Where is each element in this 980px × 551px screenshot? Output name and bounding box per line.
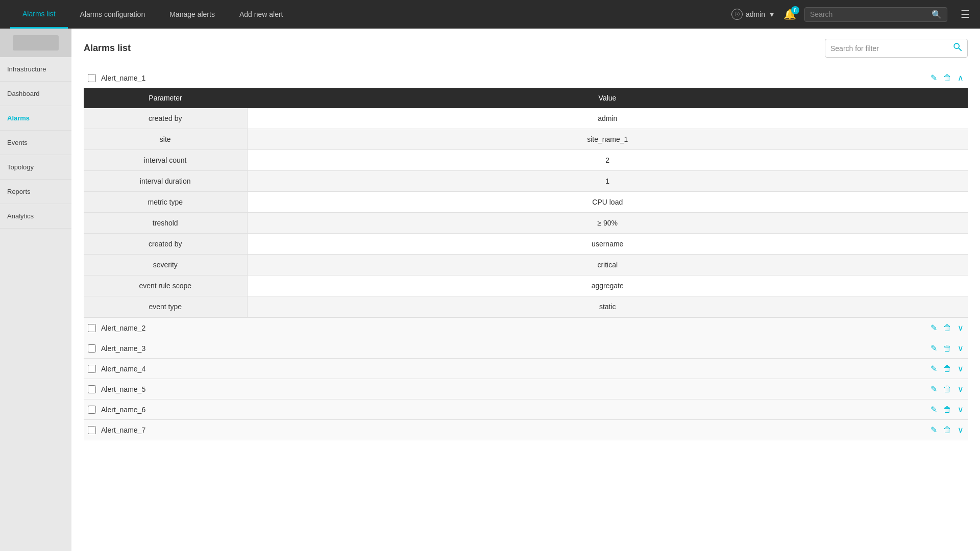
filter-search-icon[interactable] [953, 42, 962, 54]
delete-icon-1[interactable]: 🗑 [943, 73, 951, 83]
user-icon: ☉ [731, 9, 743, 20]
top-search-input[interactable] [810, 10, 927, 18]
sidebar-item-analytics[interactable]: Analytics [0, 204, 71, 229]
logo-box [13, 35, 59, 51]
nav-right: ☉ admin ▼ 🔔 8 🔍 ☰ [731, 7, 970, 22]
tab-alarms-list[interactable]: Alarms list [10, 0, 68, 29]
table-row-2: sitesite_name_1 [84, 129, 968, 150]
chevron-down-icon-4[interactable]: ∨ [958, 364, 964, 373]
alert-name-3: Alert_name_3 [101, 344, 925, 353]
alert-header-5: Alert_name_5 ✎ 🗑 ∨ [84, 379, 968, 399]
notification-count: 8 [791, 6, 799, 14]
chevron-up-icon-1[interactable]: ∧ [958, 73, 964, 83]
col-header-value: Value [247, 88, 968, 108]
value-cell-3: 2 [247, 150, 968, 171]
edit-icon-2[interactable]: ✎ [930, 323, 937, 333]
notification-bell[interactable]: 🔔 8 [783, 8, 796, 20]
sidebar-logo [0, 29, 71, 57]
alert-actions-5: ✎ 🗑 ∨ [930, 384, 964, 394]
alert-row-3: Alert_name_3 ✎ 🗑 ∨ [84, 338, 968, 359]
param-cell-8: severity [84, 255, 247, 276]
table-row-8: severitycritical [84, 255, 968, 276]
sidebar-item-reports[interactable]: Reports [0, 180, 71, 204]
value-cell-6: ≥ 90% [247, 213, 968, 234]
param-cell-4: interval duration [84, 171, 247, 192]
user-dropdown-icon[interactable]: ▼ [768, 10, 775, 18]
filter-search-input[interactable] [830, 44, 953, 53]
alert-row-7: Alert_name_7 ✎ 🗑 ∨ [84, 420, 968, 440]
user-menu[interactable]: ☉ admin ▼ [731, 9, 775, 20]
filter-search-box [825, 39, 968, 58]
param-cell-5: metric type [84, 192, 247, 213]
main-content: Alarms list Alert_name_1 ✎ 🗑 ∧ [71, 29, 980, 551]
delete-icon-6[interactable]: 🗑 [943, 405, 951, 414]
sidebar-item-infrastructure[interactable]: Infrastructure [0, 57, 71, 82]
nav-tabs: Alarms list Alarms configuration Manage … [10, 0, 731, 29]
alert-checkbox-6[interactable] [88, 406, 96, 414]
delete-icon-5[interactable]: 🗑 [943, 385, 951, 394]
chevron-down-icon-3[interactable]: ∨ [958, 343, 964, 353]
value-cell-5: CPU load [247, 192, 968, 213]
value-cell-9: aggregate [247, 276, 968, 296]
username-label: admin [746, 10, 765, 18]
value-cell-1: admin [247, 108, 968, 129]
alert-checkbox-7[interactable] [88, 426, 96, 434]
delete-icon-3[interactable]: 🗑 [943, 344, 951, 353]
page-header: Alarms list [84, 39, 968, 58]
alert-name-1: Alert_name_1 [101, 74, 925, 82]
hamburger-menu-icon[interactable]: ☰ [961, 8, 970, 20]
param-cell-9: event rule scope [84, 276, 247, 296]
alert-header-3: Alert_name_3 ✎ 🗑 ∨ [84, 338, 968, 358]
chevron-down-icon-6[interactable]: ∨ [958, 405, 964, 414]
alert-header-1: Alert_name_1 ✎ 🗑 ∧ [84, 68, 968, 88]
alert-checkbox-5[interactable] [88, 385, 96, 393]
chevron-down-icon-7[interactable]: ∨ [958, 425, 964, 435]
sidebar-item-events[interactable]: Events [0, 131, 71, 155]
alert-actions-3: ✎ 🗑 ∨ [930, 343, 964, 353]
col-header-parameter: Parameter [84, 88, 247, 108]
edit-icon-4[interactable]: ✎ [930, 364, 937, 373]
table-row-10: event typestatic [84, 296, 968, 317]
table-row-9: event rule scopeaggregate [84, 276, 968, 296]
alert-actions-7: ✎ 🗑 ∨ [930, 425, 964, 435]
param-cell-1: created by [84, 108, 247, 129]
edit-icon-6[interactable]: ✎ [930, 405, 937, 414]
tab-manage-alerts[interactable]: Manage alerts [157, 0, 227, 29]
top-search-button[interactable]: 🔍 [932, 10, 942, 19]
alert-checkbox-1[interactable] [88, 74, 96, 82]
chevron-down-icon-2[interactable]: ∨ [958, 323, 964, 333]
alert-name-6: Alert_name_6 [101, 406, 925, 414]
param-cell-3: interval count [84, 150, 247, 171]
alert-actions-2: ✎ 🗑 ∨ [930, 323, 964, 333]
alert-name-2: Alert_name_2 [101, 324, 925, 332]
alert-name-7: Alert_name_7 [101, 426, 925, 434]
table-row-4: interval duration1 [84, 171, 968, 192]
edit-icon-3[interactable]: ✎ [930, 343, 937, 353]
svg-line-1 [959, 48, 961, 51]
value-cell-7: username [247, 234, 968, 255]
alert-checkbox-4[interactable] [88, 365, 96, 373]
edit-icon-1[interactable]: ✎ [930, 73, 937, 83]
value-cell-10: static [247, 296, 968, 317]
alert-checkbox-3[interactable] [88, 344, 96, 353]
sidebar-item-dashboard[interactable]: Dashboard [0, 82, 71, 106]
value-cell-8: critical [247, 255, 968, 276]
alert-name-4: Alert_name_4 [101, 365, 925, 373]
alert-checkbox-2[interactable] [88, 324, 96, 332]
sidebar-item-topology[interactable]: Topology [0, 155, 71, 180]
chevron-down-icon-5[interactable]: ∨ [958, 384, 964, 394]
tab-add-new-alert[interactable]: Add new alert [227, 0, 296, 29]
edit-icon-5[interactable]: ✎ [930, 384, 937, 394]
sidebar: Infrastructure Dashboard Alarms Events T… [0, 29, 71, 551]
alert-header-6: Alert_name_6 ✎ 🗑 ∨ [84, 399, 968, 419]
delete-icon-7[interactable]: 🗑 [943, 425, 951, 435]
delete-icon-4[interactable]: 🗑 [943, 364, 951, 373]
edit-icon-7[interactable]: ✎ [930, 425, 937, 435]
tab-alarms-configuration[interactable]: Alarms configuration [68, 0, 158, 29]
sidebar-item-alarms[interactable]: Alarms [0, 106, 71, 131]
table-row-6: treshold≥ 90% [84, 213, 968, 234]
value-cell-2: site_name_1 [247, 129, 968, 150]
delete-icon-2[interactable]: 🗑 [943, 323, 951, 333]
param-table-1: Parameter Value created byadminsitesite_… [84, 88, 968, 317]
alert-header-2: Alert_name_2 ✎ 🗑 ∨ [84, 318, 968, 338]
